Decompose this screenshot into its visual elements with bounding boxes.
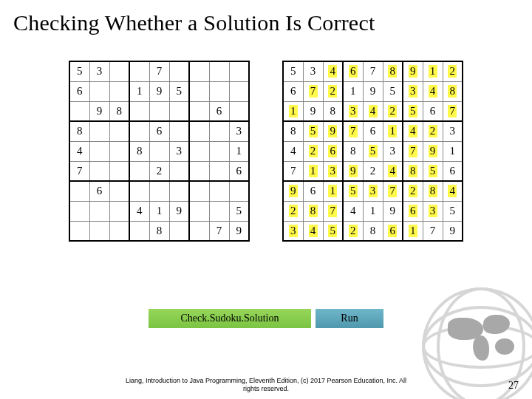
sudoku-cell: [189, 201, 209, 221]
sudoku-cell-value: 4: [349, 205, 358, 217]
sudoku-cell: [209, 121, 229, 141]
sudoku-cell-value: 7: [289, 165, 298, 177]
sudoku-cell: [109, 201, 129, 221]
sudoku-cell: 2: [403, 181, 423, 201]
sudoku-cell-value: 6: [328, 145, 337, 157]
sudoku-cell: [89, 121, 109, 141]
sudoku-cell: 4: [443, 181, 463, 201]
sudoku-cell: 3: [343, 101, 363, 121]
sudoku-cell: 3: [303, 61, 323, 81]
sudoku-cell-value: 2: [448, 65, 457, 78]
sudoku-cell-value: 1: [388, 125, 397, 137]
sudoku-cell-value: 6: [75, 85, 84, 98]
sudoku-cell: 8: [109, 101, 129, 121]
button-row: Check.Sudoku.Solution Run: [0, 309, 532, 328]
sudoku-cell: 7: [323, 201, 343, 221]
sudoku-cell: 7: [423, 221, 443, 241]
sudoku-cell-value: 8: [328, 105, 337, 117]
sudoku-cell: 8: [283, 121, 303, 141]
check-sudoku-solution-button[interactable]: Check.Sudoku.Solution: [149, 309, 311, 328]
sudoku-cell: 6: [69, 81, 89, 101]
sudoku-cell-value: 7: [309, 85, 318, 98]
sudoku-cell: 5: [169, 81, 189, 101]
sudoku-cell: [169, 101, 189, 121]
sudoku-cell-value: 4: [75, 145, 84, 157]
sudoku-cell: 4: [363, 101, 383, 121]
sudoku-cell-value: 6: [369, 125, 378, 137]
sudoku-cell: [89, 141, 109, 161]
sudoku-puzzle-grid: 5376195986863483172664195879: [69, 61, 250, 242]
sudoku-cell: 9: [443, 221, 463, 241]
sudoku-cell: 9: [89, 101, 109, 121]
run-button[interactable]: Run: [316, 309, 383, 328]
sudoku-cell-value: 3: [349, 105, 358, 117]
sudoku-cell: [189, 81, 209, 101]
sudoku-cell: 8: [343, 141, 363, 161]
sudoku-cell: 2: [303, 141, 323, 161]
sudoku-cell-value: 8: [429, 185, 437, 197]
sudoku-cell-value: 3: [289, 225, 298, 237]
sudoku-cell: 3: [383, 141, 403, 161]
sudoku-cell: 9: [423, 141, 443, 161]
sudoku-cell-value: 8: [115, 105, 123, 117]
sudoku-cell-value: 4: [448, 185, 457, 197]
sudoku-cell: 6: [343, 61, 363, 81]
sudoku-cell: [129, 121, 149, 141]
sudoku-cell-value: 5: [429, 165, 437, 177]
sudoku-cell: [109, 121, 129, 141]
sudoku-cell: 8: [129, 141, 149, 161]
sudoku-cell: 3: [229, 121, 249, 141]
sudoku-cell-value: 8: [135, 145, 144, 157]
sudoku-cell: [189, 161, 209, 181]
sudoku-cell: 9: [169, 201, 189, 221]
sudoku-cell: 6: [323, 141, 343, 161]
sudoku-cell-value: 5: [369, 145, 378, 157]
sudoku-cell-value: 5: [388, 85, 397, 98]
sudoku-cell-value: 7: [429, 225, 437, 237]
sudoku-cell-value: 2: [429, 125, 437, 137]
sudoku-cell-value: 2: [369, 165, 378, 177]
sudoku-cell-value: 4: [429, 85, 437, 98]
sudoku-cell: [209, 161, 229, 181]
sudoku-cell-value: 2: [388, 105, 397, 117]
sudoku-cell: 7: [283, 161, 303, 181]
sudoku-cell: [189, 61, 209, 81]
sudoku-cell: 5: [303, 121, 323, 141]
sudoku-cell-value: 6: [448, 165, 457, 177]
sudoku-cell: [109, 221, 129, 241]
sudoku-cell: 3: [403, 81, 423, 101]
sudoku-cell: 7: [343, 121, 363, 141]
sudoku-cell-value: 3: [309, 65, 318, 78]
sudoku-cell: [169, 181, 189, 201]
sudoku-cell-value: 8: [409, 165, 417, 177]
sudoku-cell-value: 9: [95, 105, 104, 117]
sudoku-cell: 4: [323, 61, 343, 81]
sudoku-cell-value: 6: [309, 185, 318, 197]
sudoku-cell: 5: [363, 141, 383, 161]
sudoku-cell-value: 1: [155, 205, 164, 217]
sudoku-cell: 2: [363, 161, 383, 181]
sudoku-cell: [89, 201, 109, 221]
sudoku-cell: [209, 201, 229, 221]
sudoku-cell-value: 9: [174, 205, 183, 217]
sudoku-cell: 8: [423, 181, 443, 201]
sudoku-cell-value: 5: [289, 65, 298, 78]
sudoku-cell: 9: [283, 181, 303, 201]
sudoku-cell: [149, 141, 169, 161]
sudoku-cell: 7: [383, 181, 403, 201]
sudoku-cell-value: 1: [369, 205, 378, 217]
sudoku-cell: 6: [403, 201, 423, 221]
sudoku-cell: 8: [323, 101, 343, 121]
sudoku-cell: 9: [383, 201, 403, 221]
sudoku-solution-grid: 5346789126721953481983425678597614234268…: [282, 61, 463, 242]
sudoku-cell-value: 8: [448, 85, 457, 98]
sudoku-cell: 3: [363, 181, 383, 201]
sudoku-cell: [89, 81, 109, 101]
sudoku-cell-value: 6: [409, 205, 417, 217]
sudoku-cell-value: 2: [289, 205, 298, 217]
sudoku-cell: 8: [363, 221, 383, 241]
sudoku-cell-value: 9: [388, 205, 397, 217]
sudoku-cell: [109, 81, 129, 101]
sudoku-cell: 1: [343, 81, 363, 101]
sudoku-cell: 1: [403, 221, 423, 241]
